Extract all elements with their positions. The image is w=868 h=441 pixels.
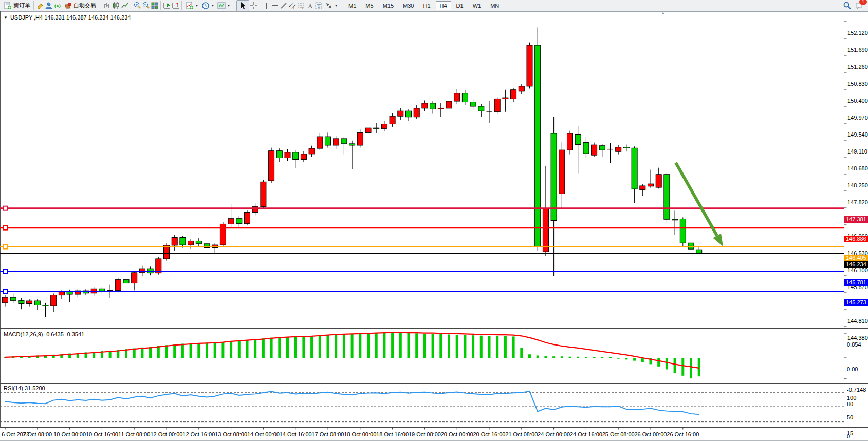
line-handle[interactable] — [3, 226, 7, 230]
arrows-tool[interactable]: ▾ — [323, 1, 339, 11]
vertical-line-tool[interactable] — [262, 1, 270, 10]
indicator-tick-label: 0.854 — [847, 341, 861, 348]
price-tick-label: 148.250 — [847, 182, 868, 188]
timeframe-D1[interactable]: D1 — [452, 1, 468, 10]
timeframe-M5[interactable]: M5 — [361, 1, 377, 10]
line-handle[interactable] — [3, 206, 7, 210]
time-tick-label: 17 Oct 08:00 — [312, 431, 344, 437]
bull-candle — [616, 147, 621, 151]
timeframe-M1[interactable]: M1 — [344, 1, 360, 10]
eraser-icon[interactable] — [35, 1, 44, 10]
time-tick-label: 13 Oct 08:00 — [215, 431, 247, 437]
periods-button[interactable]: ▾ — [199, 1, 215, 11]
time-tick-label: 20 Oct 00:00 — [441, 431, 473, 437]
bull-candle — [317, 137, 323, 148]
panel-collapse-caret[interactable]: ^ — [662, 12, 664, 17]
new-order-button[interactable]: 新订单 — [2, 1, 32, 11]
indicator-tick-label: -0.7148 — [847, 387, 866, 393]
zoom-out-icon[interactable] — [141, 1, 150, 10]
search-icon[interactable] — [843, 1, 852, 10]
rsi-indicator-label: RSI(14) 31.5200 — [4, 385, 45, 391]
line-handle[interactable] — [3, 269, 7, 273]
text-label-tool[interactable]: T — [314, 1, 323, 10]
zoom-in-icon[interactable] — [133, 1, 141, 10]
cursor-tool[interactable] — [236, 0, 249, 11]
line-handle[interactable] — [3, 289, 7, 293]
bull-candle — [333, 139, 339, 145]
time-tick-label: 14 Oct 16:00 — [280, 431, 312, 437]
auto-scroll-icon[interactable] — [171, 1, 180, 10]
bull-candle — [567, 133, 573, 150]
timeframe-H4[interactable]: H4 — [436, 1, 451, 10]
price-tick-label: 151.690 — [847, 47, 868, 53]
separator — [33, 1, 34, 10]
bear-candle — [19, 300, 24, 303]
bull-candle — [365, 128, 371, 132]
separator — [260, 1, 260, 10]
bear-candle — [123, 280, 129, 283]
signals-icon[interactable] — [53, 1, 62, 10]
bull-candle — [503, 98, 508, 99]
time-tick-label: 21 Oct 08:00 — [505, 431, 538, 437]
bull-candle — [390, 116, 395, 124]
templates-button[interactable]: ▾ — [215, 1, 231, 11]
indicator-tick-label: 50 — [847, 414, 853, 420]
tile-windows-icon[interactable] — [150, 1, 159, 10]
bull-candle — [559, 150, 565, 194]
timeframe-H1[interactable]: H1 — [419, 1, 434, 10]
candlestick-chart-icon[interactable] — [112, 1, 120, 10]
price-line-label: 147.381 — [844, 216, 868, 223]
text-tool[interactable]: A — [305, 1, 314, 10]
price-line-label: 145.781 — [844, 279, 868, 286]
timeframe-W1[interactable]: W1 — [469, 1, 486, 10]
timeframe-M15[interactable]: M15 — [379, 1, 398, 10]
notifications-icon[interactable]: 1 — [855, 1, 863, 10]
line-handle[interactable] — [3, 245, 7, 249]
timeframe-MN[interactable]: MN — [486, 1, 503, 10]
price-line-label: 146.234 — [844, 261, 868, 268]
indicators-button[interactable]: ▾ — [183, 1, 199, 11]
autotrade-label: 自动交易 — [73, 2, 96, 9]
bear-candle — [236, 219, 242, 224]
timeframe-group: M1M5M15M30H1H4D1W1MN — [344, 1, 504, 10]
new-order-icon — [3, 1, 12, 10]
time-tick-label: 10 Oct 00:00 — [53, 431, 86, 437]
bear-candle — [43, 305, 48, 306]
community-icon[interactable] — [44, 1, 53, 10]
line-chart-icon[interactable] — [120, 1, 129, 10]
time-tick-label: 24 Oct 16:00 — [570, 431, 602, 437]
time-tick-label: 12 Oct 16:00 — [182, 431, 215, 437]
indicator-tick-label: 0.00 — [847, 366, 858, 372]
annotation-arrow-head[interactable] — [713, 234, 723, 246]
autotrade-button[interactable]: 自动交易 — [62, 1, 98, 11]
bear-candle — [680, 219, 686, 243]
chart-canvas[interactable] — [0, 11, 868, 441]
bull-candle — [527, 45, 532, 86]
chevron-down-icon: ▾ — [335, 3, 337, 8]
chart-window: ▼ USDJPY-,H4 146.331 146.387 146.234 146… — [0, 11, 868, 441]
bars-chart-icon[interactable] — [103, 1, 112, 10]
bear-candle — [196, 241, 201, 243]
horizontal-line-tool[interactable] — [270, 1, 279, 10]
bull-candle — [454, 93, 460, 101]
fibonacci-tool[interactable]: F — [297, 1, 305, 10]
bear-candle — [34, 301, 40, 305]
crosshair-icon[interactable] — [249, 1, 258, 10]
chart-ohlc-title: USDJPY-,H4 146.331 146.387 146.234 146.2… — [10, 14, 131, 21]
bear-candle — [470, 102, 476, 106]
arrows-icon — [324, 1, 333, 10]
timeframe-M30[interactable]: M30 — [399, 1, 418, 10]
time-tick-label: 10 Oct 16:00 — [86, 431, 118, 437]
bear-candle — [325, 137, 331, 145]
bull-candle — [414, 108, 419, 117]
bull-candle — [656, 175, 661, 187]
equidistant-channel-tool[interactable]: E — [288, 1, 297, 10]
chart-shift-icon[interactable] — [162, 1, 171, 10]
new-order-label: 新订单 — [13, 2, 30, 9]
bear-candle — [632, 148, 637, 189]
trendline-tool[interactable] — [279, 1, 288, 10]
bull-candle — [172, 238, 177, 245]
separator — [131, 1, 131, 10]
chart-dropdown-icon[interactable]: ▼ — [4, 15, 8, 20]
bear-candle — [623, 147, 629, 148]
